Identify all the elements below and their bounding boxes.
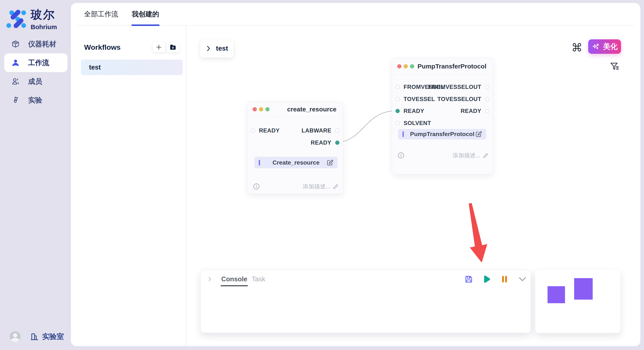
sidebar: 玻尔 Bohrium 仪器耗材 工作流 (0, 0, 71, 350)
dot-red-icon[interactable] (397, 64, 402, 68)
info-icon[interactable] (253, 183, 260, 190)
sidebar-footer: 实验室 (10, 331, 64, 342)
tab-all-workflows[interactable]: 全部工作流 (84, 3, 118, 25)
team-icon (12, 59, 20, 67)
box-icon (12, 40, 20, 48)
tab-task[interactable]: Task (252, 273, 265, 285)
beautify-button[interactable]: 美化 (588, 39, 621, 54)
pencil-icon[interactable] (333, 183, 339, 190)
add-workflow-button[interactable] (152, 42, 166, 52)
node-create-resource[interactable]: create_resource READY LABWARE READY (247, 102, 343, 194)
pencil-icon[interactable] (482, 152, 489, 159)
brand-logo[interactable]: 玻尔 Bohrium (6, 7, 57, 31)
port-ready-in[interactable]: READY (396, 107, 424, 115)
folder-download-icon (169, 44, 176, 51)
save-icon (464, 275, 473, 283)
sidebar-item-label: 成员 (28, 77, 42, 86)
sidebar-menu: 仪器耗材 工作流 成员 (0, 35, 71, 110)
pill-label: PumpTransferProtocol (398, 131, 486, 138)
node-header: create_resource (248, 102, 343, 117)
port-labware-out[interactable]: LABWARE (302, 126, 340, 135)
port-label: TOVESSELOUT (438, 96, 481, 103)
beautify-label: 美化 (603, 42, 618, 51)
minimap-node-create-resource (548, 286, 565, 303)
sidebar-item-workflows[interactable]: 工作流 (4, 53, 68, 72)
port-dot-connected[interactable] (396, 109, 400, 113)
port-dot[interactable] (396, 121, 400, 125)
tab-console[interactable]: Console (221, 273, 247, 285)
port-label: FROMVESSELOUT (428, 84, 481, 90)
port-dot[interactable] (251, 128, 255, 133)
port-dot[interactable] (485, 97, 490, 101)
info-icon[interactable] (398, 152, 404, 159)
port-ready-out[interactable]: READY (311, 138, 340, 147)
tab-my-created[interactable]: 我创建的 (132, 3, 159, 25)
workflow-list-item-test[interactable]: test (81, 59, 183, 75)
port-dot[interactable] (485, 85, 490, 89)
port-dot-connected[interactable] (335, 141, 340, 145)
sidebar-item-label: 仪器耗材 (28, 39, 56, 49)
port-label: READY (259, 127, 280, 134)
import-folder-button[interactable] (166, 42, 180, 52)
member-icon (12, 77, 20, 85)
chevron-right-icon[interactable] (207, 276, 212, 282)
dot-yellow-icon[interactable] (404, 64, 408, 68)
traffic-dots (252, 102, 270, 117)
lab-switcher[interactable]: 实验室 (30, 332, 64, 342)
dot-red-icon[interactable] (252, 107, 257, 111)
port-solvent-in[interactable]: SOLVENT (396, 119, 431, 127)
port-dot[interactable] (396, 97, 400, 101)
port-label: READY (311, 140, 331, 146)
edit-icon[interactable] (326, 159, 334, 167)
dot-green-icon[interactable] (265, 107, 270, 111)
console-header: Console Task (200, 273, 531, 287)
dot-green-icon[interactable] (410, 64, 414, 68)
breadcrumb-label: test (216, 44, 228, 52)
save-button[interactable] (464, 274, 474, 284)
port-dot[interactable] (335, 128, 340, 133)
flow-canvas[interactable]: test ⌘ 美化 (186, 25, 640, 346)
bohrium-logo-icon (6, 9, 26, 29)
node-function-pill[interactable]: PumpTransferProtocol (398, 129, 486, 140)
sidebar-item-members[interactable]: 成员 (0, 72, 71, 91)
node-footer: 添加描述... (248, 182, 343, 191)
dot-yellow-icon[interactable] (259, 107, 263, 111)
sparkles-icon (592, 42, 600, 51)
port-dot[interactable] (396, 85, 400, 89)
node-header: PumpTransferProtocol (392, 58, 493, 75)
bohrium-workflow-app: 玻尔 Bohrium 仪器耗材 工作流 (0, 0, 644, 350)
sidebar-item-experiments[interactable]: 实验 (0, 91, 71, 110)
node-function-pill[interactable]: Create_resource (254, 157, 338, 169)
sidebar-item-label: 工作流 (28, 58, 49, 68)
workflow-breadcrumb[interactable]: test (200, 39, 234, 57)
port-label: TOVESSEL (404, 96, 435, 103)
command-palette-icon[interactable]: ⌘ (570, 41, 583, 54)
lab-label: 实验室 (42, 332, 64, 342)
experiment-icon (12, 96, 20, 104)
node-title: create_resource (287, 102, 336, 117)
minimap[interactable] (535, 270, 620, 333)
edit-icon[interactable] (475, 130, 482, 138)
port-fromvesselout-out[interactable]: FROMVESSELOUT (428, 83, 490, 91)
sidebar-item-instruments[interactable]: 仪器耗材 (0, 35, 71, 53)
pill-label: Create_resource (254, 159, 338, 166)
port-tovesselout-out[interactable]: TOVESSELOUT (438, 95, 490, 103)
description-placeholder[interactable]: 添加描述... (452, 152, 480, 159)
port-ready-out[interactable]: READY (461, 107, 490, 115)
description-placeholder[interactable]: 添加描述... (302, 183, 330, 190)
collapse-panel-button[interactable] (518, 274, 527, 284)
brand-name-cn: 玻尔 (31, 7, 57, 22)
port-ready-in[interactable]: READY (251, 126, 280, 135)
node-pump-transfer-protocol[interactable]: PumpTransferProtocol FROMVESSEL FROMVESS… (392, 58, 493, 174)
pause-button[interactable] (500, 274, 510, 284)
port-dot[interactable] (485, 109, 490, 113)
port-tovessel-in[interactable]: TOVESSEL (396, 95, 435, 103)
chevron-down-icon (518, 275, 527, 284)
filter-icon[interactable] (610, 62, 620, 71)
plus-icon (156, 44, 162, 50)
pause-icon (500, 275, 509, 283)
play-icon (482, 275, 491, 284)
run-button[interactable] (482, 274, 492, 284)
avatar[interactable] (10, 331, 20, 342)
pill-accent-bar (259, 160, 260, 166)
